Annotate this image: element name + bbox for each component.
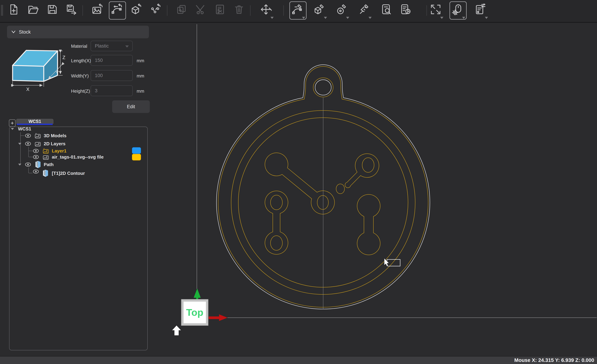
stock-section-title: Stock [19, 29, 31, 35]
mouse-cursor [384, 258, 400, 266]
fit-view-menu-caret[interactable] [440, 17, 443, 19]
visibility-eye-icon[interactable] [33, 149, 39, 153]
toolpath-info-button[interactable] [399, 3, 413, 16]
cut-button[interactable] [194, 3, 207, 16]
save-as-button[interactable] [65, 3, 78, 16]
tree-item-2d-layers[interactable]: 2D Layers [44, 141, 65, 146]
height-z-input[interactable]: 3 [91, 85, 133, 96]
open-folder-icon [27, 4, 39, 15]
material-select[interactable]: Plastic [91, 41, 133, 51]
width-y-value: 100 [95, 73, 103, 78]
copy-button[interactable] [175, 3, 188, 16]
stock-section-header[interactable]: Stock [7, 26, 149, 38]
layer1-color-swatch[interactable] [132, 147, 141, 154]
toolpath-info-icon [400, 4, 412, 15]
path-expander[interactable] [18, 164, 21, 166]
edit-vectors-button[interactable] [291, 3, 304, 16]
stock-z-label: Z [63, 55, 65, 60]
delete-button[interactable] [232, 3, 246, 16]
new-file-icon [8, 4, 19, 15]
edit-3d-model-button[interactable] [313, 3, 326, 16]
tree-root-wcs1[interactable]: WCS1 [18, 126, 31, 132]
visibility-eye-icon[interactable] [33, 169, 39, 174]
length-x-unit: mm [137, 58, 144, 63]
stock-front-face [13, 65, 44, 81]
toolbar-separator [82, 5, 83, 16]
import-image-button[interactable] [91, 3, 104, 16]
import-vectors-icon [111, 4, 123, 15]
tree-connector [28, 147, 29, 157]
visibility-eye-icon[interactable] [25, 162, 31, 167]
edit-stock-button[interactable]: Edit [112, 100, 150, 113]
fit-view-button[interactable] [429, 3, 442, 16]
stock-y-label: Y [56, 70, 59, 76]
edit-rotary-menu-caret[interactable] [346, 17, 349, 19]
height-z-value: 3 [95, 88, 97, 93]
vector-repair-icon [358, 4, 370, 15]
toolbar-grip[interactable] [2, 5, 3, 16]
add-wcs-button[interactable]: + [9, 119, 16, 127]
visibility-eye-icon[interactable] [33, 155, 39, 159]
material-value: Plastic [95, 43, 109, 49]
svg-file-color-swatch[interactable] [132, 154, 141, 160]
tree-connector [29, 157, 32, 157]
y-axis-green-arrow [194, 288, 201, 299]
post-process-menu-caret[interactable] [485, 17, 488, 19]
length-x-input[interactable]: 150 [91, 55, 133, 66]
mouse-settings-button[interactable] [451, 3, 464, 16]
transform-button[interactable] [259, 3, 273, 16]
mouse-settings-menu-caret[interactable] [462, 17, 465, 19]
scissors-icon [195, 4, 206, 15]
transform-menu-caret[interactable] [270, 17, 274, 19]
toolbar-grip[interactable] [1, 5, 2, 16]
tree-item-path[interactable]: Path [44, 162, 54, 167]
view-cube[interactable]: Top [181, 299, 208, 326]
main-toolbar [0, 0, 597, 23]
edit-3d-model-icon [314, 4, 325, 15]
fit-view-icon [430, 4, 441, 15]
design-canvas[interactable]: Top [149, 22, 597, 356]
vector-repair-button[interactable] [357, 3, 371, 16]
2d-layers-expander[interactable] [18, 143, 21, 145]
wcs-root-expander[interactable] [11, 128, 14, 130]
tree-item-2d-contour[interactable]: [T1]2D Contour [52, 171, 85, 176]
paste-toolpath-button[interactable] [213, 3, 227, 16]
trash-icon [233, 4, 245, 15]
toolbar-separator [167, 5, 167, 16]
plus-icon: + [11, 120, 14, 126]
chevron-down-icon [11, 30, 16, 34]
copy-icon [176, 4, 187, 15]
tree-item-layer1[interactable]: Layer1 [52, 148, 66, 154]
post-process-button[interactable] [474, 3, 487, 16]
import-vectors-button[interactable] [110, 3, 124, 16]
import-3d-model-button[interactable] [129, 3, 143, 16]
toolpath-preview-button[interactable] [380, 3, 393, 16]
edit-rotary-button[interactable] [335, 3, 348, 16]
new-file-button[interactable] [7, 3, 20, 16]
stock-preview-figure: Z Y X [10, 47, 70, 93]
save-icon [47, 4, 58, 15]
application-window: Stock Z Y X Material Plastic Length(X) 1… [0, 0, 597, 364]
visibility-eye-icon[interactable] [25, 133, 31, 138]
visibility-eye-icon[interactable] [25, 141, 31, 146]
paste-toolpath-icon [214, 4, 226, 15]
x-axis-red-arrow [209, 314, 228, 321]
open-file-button[interactable] [26, 3, 40, 16]
wcs-tab[interactable]: WCS1 [16, 119, 53, 124]
edit-vectors-menu-caret[interactable] [302, 17, 305, 19]
tree-item-3d-models[interactable]: 3D Models [44, 133, 66, 138]
home-view-icon[interactable] [172, 326, 181, 335]
save-button[interactable] [46, 3, 59, 16]
vector-repair-menu-caret[interactable] [369, 17, 372, 19]
status-bar: Mouse X: 24.315 Y: 6.939 Z: 0.000 [0, 356, 597, 364]
import-toolpath-button[interactable] [149, 3, 162, 16]
edit-rotary-icon [336, 4, 347, 15]
tree-connector [21, 136, 24, 136]
edit-3d-model-menu-caret[interactable] [324, 17, 327, 19]
toolpath-tool-icon [42, 169, 49, 177]
tree-item-svg-file[interactable]: air_tags-01.svg--svg file [52, 154, 104, 160]
tree-connector [20, 132, 21, 165]
width-y-input[interactable]: 100 [91, 70, 133, 81]
image-layer-icon [34, 141, 41, 146]
height-z-unit: mm [137, 89, 144, 94]
